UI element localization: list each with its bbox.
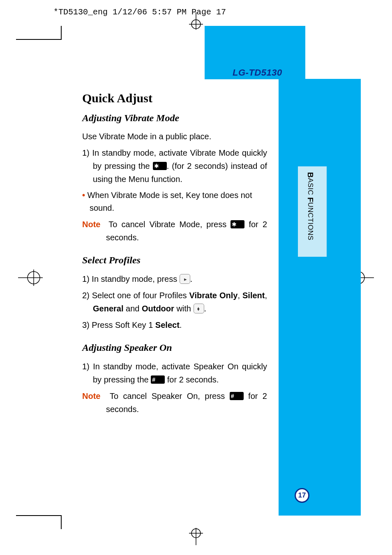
section-tab-label: BASIC FUNCTIONS — [306, 172, 315, 240]
section-heading-vibrate: Adjusting Vibrate Mode — [82, 113, 267, 124]
body-bullet: • When Vibrate Mode is set, Key tone doe… — [82, 189, 267, 214]
text-run: To cancel Vibrate Mode, press — [108, 220, 231, 229]
section-heading-profiles: Select Profiles — [82, 255, 267, 266]
crop-mark-icon — [16, 515, 62, 516]
profile-name: General — [93, 304, 123, 313]
text-run: , — [265, 291, 267, 300]
star-key-icon — [153, 162, 167, 170]
body-text: Use Vibrate Mode in a public place. — [82, 130, 267, 143]
section-heading-speaker: Adjusting Speaker On — [82, 342, 267, 353]
text-run: To cancel Speaker On, press — [110, 391, 230, 401]
model-label: LG-TD5130 — [233, 67, 282, 78]
body-step: 1) In standby mode, press . — [82, 272, 267, 286]
registration-mark-left-icon — [18, 269, 43, 287]
body-note: Note To cancel Speaker On, press for 2 s… — [82, 389, 267, 416]
text-run: , — [238, 291, 242, 300]
text-run: 2) Select one of four Profiles — [82, 291, 189, 300]
side-label-part: B — [306, 172, 315, 178]
page-title: Quick Adjust — [82, 91, 267, 105]
body-step: 1) In standby mode, activate Speaker On … — [82, 360, 267, 386]
hash-key-icon — [151, 375, 165, 384]
profile-name: Vibrate Only — [189, 291, 238, 300]
text-run: for 2 seconds. — [165, 375, 219, 384]
text-run: and — [123, 304, 141, 313]
note-label: Note — [82, 391, 100, 401]
crop-mark-icon — [61, 515, 62, 529]
side-label-part: ASIC — [307, 178, 314, 195]
page-number: 17 — [298, 491, 306, 500]
text-run: 3) Press Soft Key 1 — [82, 320, 155, 329]
profile-name: Silent — [242, 291, 265, 300]
right-key-icon — [180, 274, 190, 284]
body-step: 2) Select one of four Profiles Vibrate O… — [82, 289, 267, 315]
text-run: with — [174, 304, 194, 313]
crop-mark-icon — [16, 39, 62, 40]
hash-key-icon — [230, 392, 244, 400]
star-key-icon — [231, 220, 244, 228]
text-run: When Vibrate Mode is set, Key tone does … — [88, 191, 252, 212]
body-step: 3) Press Soft Key 1 Select. — [82, 318, 267, 332]
registration-mark-top-icon — [187, 12, 205, 30]
text-run: . — [190, 274, 193, 283]
page-number-badge: 17 — [295, 488, 309, 503]
side-label-part: UNCTIONS — [307, 202, 314, 240]
profile-name: Outdoor — [142, 304, 174, 313]
registration-mark-bottom-icon — [187, 528, 205, 545]
body-step: 1) In standby mode, activate Vibrate Mod… — [82, 146, 267, 186]
crop-mark-icon — [61, 26, 62, 40]
text-run: . — [204, 304, 207, 313]
side-label-part: F — [306, 197, 315, 202]
body-note: Note To cancel Vibrate Mode, press for 2… — [82, 218, 267, 244]
updown-key-icon — [194, 304, 204, 313]
bullet-dot-icon: • — [82, 191, 88, 200]
note-label: Note — [82, 220, 100, 229]
text-run: 1) In standby mode, press — [82, 274, 180, 283]
text-run: . — [180, 320, 182, 329]
page-content: Quick Adjust Adjusting Vibrate Mode Use … — [82, 91, 267, 419]
side-accent-block — [279, 79, 361, 516]
softkey-name: Select — [155, 320, 180, 329]
